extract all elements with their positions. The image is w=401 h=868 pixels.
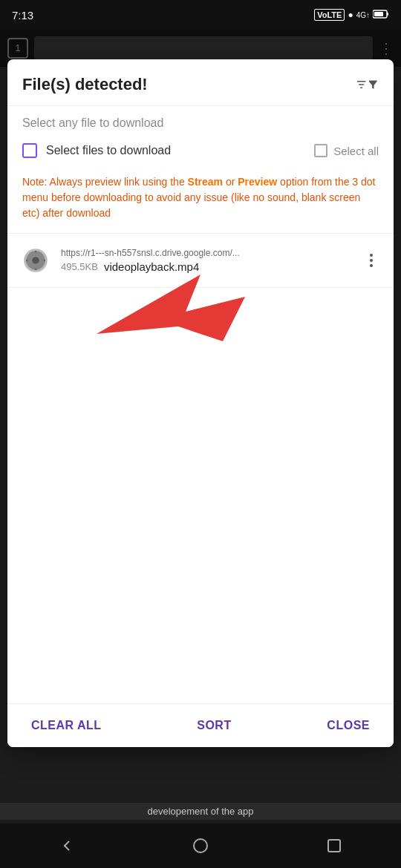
browser-background: 1 ⋮ File(s) detected! <box>0 30 401 868</box>
note-text: Note: Always preview link using the Stre… <box>22 176 376 219</box>
signal-icon: ● <box>348 10 353 20</box>
preview-highlight: Preview <box>238 176 277 188</box>
modal-dialog: File(s) detected! Select any file to dow… <box>7 59 394 747</box>
select-all-label: Select all <box>333 145 379 157</box>
modal-header: File(s) detected! <box>7 59 394 106</box>
video-file-icon <box>19 244 52 277</box>
stream-highlight: Stream <box>188 176 223 188</box>
nav-bar <box>0 823 401 868</box>
modal-body-empty <box>7 288 394 703</box>
select-all-checkbox[interactable] <box>314 144 327 157</box>
svg-point-11 <box>194 839 207 852</box>
status-bar: 7:13 VoLTE ● 4G↑ <box>0 0 401 30</box>
network-icon: 4G↑ <box>356 11 370 19</box>
select-files-checkbox[interactable] <box>22 143 37 158</box>
select-files-row: Select files to download Select all <box>7 137 394 167</box>
time: 7:13 <box>12 9 33 22</box>
bottom-app-label: developement of the app <box>0 803 401 820</box>
select-all-row[interactable]: Select all <box>314 144 379 157</box>
filter-icon[interactable] <box>355 73 379 96</box>
select-files-label: Select files to download <box>46 144 171 157</box>
file-size-name: 495.5KB videoplayback.mp4 <box>61 260 352 273</box>
recents-button[interactable] <box>318 829 351 862</box>
select-files-left: Select files to download <box>22 143 171 158</box>
file-name: videoplayback.mp4 <box>104 260 199 273</box>
modal-subtitle: Select any file to download <box>7 106 394 137</box>
svg-rect-1 <box>374 12 383 16</box>
back-button[interactable] <box>50 829 83 862</box>
close-button[interactable]: CLOSE <box>321 714 376 737</box>
volte-icon: VoLTE <box>314 9 345 21</box>
battery-icon <box>373 10 389 21</box>
modal-title: File(s) detected! <box>22 75 148 94</box>
file-options-menu[interactable] <box>361 250 382 271</box>
file-url: https://r1---sn-h557snsl.c.drive.google.… <box>61 248 352 258</box>
modal-footer: CLEAR ALL SORT CLOSE <box>7 703 394 747</box>
file-item[interactable]: https://r1---sn-h557snsl.c.drive.google.… <box>7 234 394 288</box>
svg-rect-2 <box>387 13 388 16</box>
status-icons: VoLTE ● 4G↑ <box>314 9 389 21</box>
note-section: Note: Always preview link using the Stre… <box>7 167 394 234</box>
sort-button[interactable]: SORT <box>191 714 237 737</box>
file-size: 495.5KB <box>61 261 98 272</box>
file-info: https://r1---sn-h557snsl.c.drive.google.… <box>61 248 352 273</box>
clear-all-button[interactable]: CLEAR ALL <box>25 714 108 737</box>
svg-rect-12 <box>328 840 340 852</box>
svg-point-5 <box>32 257 39 264</box>
home-button[interactable] <box>184 829 217 862</box>
